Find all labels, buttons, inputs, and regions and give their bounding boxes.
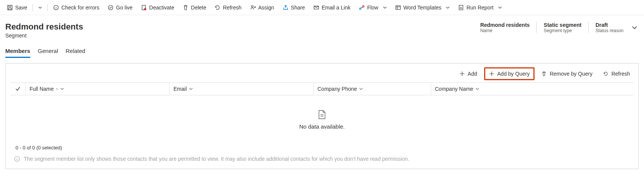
tabs: Members General Related xyxy=(0,45,644,58)
refresh-icon xyxy=(603,71,608,76)
assign-label: Assign xyxy=(258,5,274,11)
add-by-query-button[interactable]: Add by Query xyxy=(484,67,535,80)
header-name-label: Name xyxy=(480,28,530,33)
svg-point-9 xyxy=(251,5,253,7)
separator xyxy=(47,4,48,11)
save-icon xyxy=(7,5,13,11)
plus-icon xyxy=(460,71,465,76)
delete-icon xyxy=(183,5,189,11)
empty-text: No data available. xyxy=(299,123,345,130)
assign-icon xyxy=(250,5,256,11)
record-header: Redmond residents Segment Redmond reside… xyxy=(0,15,644,42)
svg-rect-1 xyxy=(9,8,11,10)
chevron-down-icon xyxy=(383,6,387,9)
chevron-down-icon xyxy=(498,6,502,9)
save-label: Save xyxy=(15,5,27,11)
document-icon xyxy=(318,110,326,120)
header-expand-button[interactable] xyxy=(630,23,639,32)
empty-state: No data available. xyxy=(6,95,638,143)
header-status-value: Draft xyxy=(596,22,624,28)
run-report-label: Run Report xyxy=(466,5,494,11)
grid-refresh-label: Refresh xyxy=(611,71,630,77)
flow-button[interactable]: Flow xyxy=(355,2,391,14)
check-errors-label: Check for errors xyxy=(61,5,99,11)
column-company-name[interactable]: Company Name xyxy=(431,83,556,95)
row-count: 0 - 0 of 0 (0 selected) xyxy=(6,143,638,153)
share-label: Share xyxy=(291,5,305,11)
delete-label: Delete xyxy=(191,5,206,11)
word-templates-icon xyxy=(395,5,401,11)
info-icon xyxy=(14,156,20,162)
svg-rect-0 xyxy=(8,5,12,10)
command-bar: Save Check for errors Go live Deactivate… xyxy=(0,0,644,15)
svg-point-5 xyxy=(108,5,113,10)
refresh-label: Refresh xyxy=(223,5,241,11)
svg-point-11 xyxy=(360,8,361,9)
column-email-label: Email xyxy=(174,86,187,92)
page-title: Redmond residents xyxy=(5,22,83,32)
deactivate-icon xyxy=(141,5,147,11)
trash-icon xyxy=(541,71,547,76)
check-errors-button[interactable]: Check for errors xyxy=(49,2,103,14)
word-templates-label: Word Templates xyxy=(403,5,442,11)
svg-rect-13 xyxy=(396,6,400,9)
email-icon xyxy=(313,5,319,11)
refresh-icon xyxy=(214,5,220,11)
header-left: Redmond residents Segment xyxy=(5,22,83,39)
share-button[interactable]: Share xyxy=(279,2,309,14)
info-text: The segment member list only shows those… xyxy=(24,156,409,162)
chevron-down-icon xyxy=(475,87,479,91)
remove-by-query-button[interactable]: Remove by Query xyxy=(538,68,596,79)
refresh-button[interactable]: Refresh xyxy=(211,2,245,14)
tab-general[interactable]: General xyxy=(38,45,58,58)
chevron-down-icon xyxy=(60,87,64,91)
column-company-name-label: Company Name xyxy=(435,86,473,92)
header-type-label: Segment type xyxy=(544,28,581,33)
entity-label: Segment xyxy=(5,33,83,39)
chevron-down-icon xyxy=(189,87,193,91)
go-live-label: Go live xyxy=(116,5,133,11)
email-link-label: Email a Link xyxy=(322,5,350,11)
members-panel: Add Add by Query Remove by Query Refresh… xyxy=(5,63,639,169)
header-fields: Redmond residents Name Static segment Se… xyxy=(480,22,639,33)
add-label: Add xyxy=(468,71,477,77)
plus-icon xyxy=(489,71,494,76)
flow-icon xyxy=(359,5,365,11)
sort-asc-icon: ↑ xyxy=(56,87,58,91)
report-icon xyxy=(458,5,464,11)
header-status-label: Status reason xyxy=(596,28,624,33)
save-dropdown[interactable] xyxy=(34,2,46,14)
column-full-name-label: Full Name xyxy=(30,86,54,92)
header-type-value: Static segment xyxy=(544,22,581,28)
email-link-button[interactable]: Email a Link xyxy=(309,2,354,14)
flow-label: Flow xyxy=(367,5,378,11)
word-templates-button[interactable]: Word Templates xyxy=(391,2,454,14)
share-icon xyxy=(283,5,289,11)
column-company-phone-label: Company Phone xyxy=(317,86,357,92)
add-button[interactable]: Add xyxy=(456,68,481,79)
deactivate-button[interactable]: Deactivate xyxy=(137,2,178,14)
remove-by-query-label: Remove by Query xyxy=(550,71,592,77)
header-field-type: Static segment Segment type xyxy=(536,22,581,33)
chevron-down-icon xyxy=(446,6,450,9)
chevron-down-icon xyxy=(38,6,42,9)
grid-refresh-button[interactable]: Refresh xyxy=(599,68,634,79)
check-circle-icon xyxy=(108,5,114,11)
column-full-name[interactable]: Full Name ↑ xyxy=(25,83,169,95)
select-all-checkbox[interactable] xyxy=(10,86,25,92)
tab-related[interactable]: Related xyxy=(66,45,85,58)
run-report-button[interactable]: Run Report xyxy=(454,2,506,14)
delete-button[interactable]: Delete xyxy=(179,2,210,14)
add-by-query-label: Add by Query xyxy=(497,71,530,77)
header-field-status: Draft Status reason xyxy=(588,22,624,33)
assign-button[interactable]: Assign xyxy=(246,2,278,14)
deactivate-label: Deactivate xyxy=(149,5,174,11)
header-name-value: Redmond residents xyxy=(480,22,530,28)
info-icon xyxy=(53,5,59,11)
separator xyxy=(33,4,33,11)
column-company-phone[interactable]: Company Phone xyxy=(313,83,431,95)
tab-members[interactable]: Members xyxy=(5,45,30,58)
go-live-button[interactable]: Go live xyxy=(104,2,136,14)
column-email[interactable]: Email xyxy=(169,83,313,95)
save-button[interactable]: Save xyxy=(3,2,31,14)
